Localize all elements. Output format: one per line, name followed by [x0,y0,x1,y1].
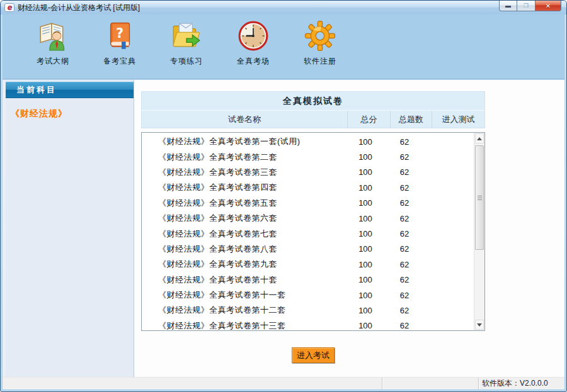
paper-row[interactable]: 《财经法规》全真考试卷第十三套 100 62 [142,318,474,330]
scrollbar-thumb[interactable] [475,145,484,250]
toolbar-item-exam-room[interactable]: 全真考场 [231,20,276,79]
paper-questions: 62 [381,183,428,193]
toolbar-label: 备考宝典 [103,56,136,67]
paper-questions: 62 [381,214,428,223]
app-window: e 财经法规-会计从业资格考试 [试用版] ▬ ❐ ✕ [0,0,567,392]
sidebar-item-subject[interactable]: 《财经法规》 [6,98,134,120]
clock-icon [237,20,270,52]
paper-row[interactable]: 《财经法规》全真考试卷第五套 100 62 [142,196,474,211]
column-header-questions: 总题数 [390,111,432,128]
paper-row[interactable]: 《财经法规》全真考试卷第二套 100 62 [142,149,474,164]
app-logo-icon: e [4,3,14,12]
paper-name: 《财经法规》全真考试卷第六套 [142,213,350,224]
toolbar-label: 专项练习 [170,56,203,67]
minimize-button[interactable]: ▬ [499,1,517,11]
panel-title: 全真模拟试卷 [141,91,485,110]
paper-questions: 62 [381,152,428,162]
paper-score: 100 [350,260,381,269]
paper-panel: 全真模拟试卷 试卷名称 总分 总题数 进入测试 《财经法规》全真考试卷第一套(试… [141,91,485,331]
sidebar-header-current-subject: 当前科目 [6,82,134,98]
status-panel-empty [382,378,478,389]
paper-score: 100 [350,244,381,254]
paper-name: 《财经法规》全真考试卷第九套 [142,259,350,270]
table-header: 试卷名称 总分 总题数 进入测试 [141,110,485,128]
svg-text:?: ? [116,26,123,41]
paper-name: 《财经法规》全真考试卷第三套 [142,167,350,178]
paper-score: 100 [350,291,381,300]
toolbar-item-register[interactable]: 软件注册 [297,20,343,79]
paper-score: 100 [350,183,381,193]
paper-row[interactable]: 《财经法规》全真考试卷第四套 100 62 [142,180,474,195]
window-controls: ▬ ❐ ✕ [499,1,561,11]
paper-row[interactable]: 《财经法规》全真考试卷第六套 100 62 [142,211,474,226]
paper-questions: 62 [381,198,428,208]
toolbar-item-practice[interactable]: 专项练习 [164,20,209,79]
paper-row[interactable]: 《财经法规》全真考试卷第一套(试用) 100 62 [142,134,474,149]
paper-score: 100 [350,152,381,162]
paper-row[interactable]: 《财经法规》全真考试卷第十一套 100 62 [142,288,474,303]
close-button[interactable]: ✕ [536,1,561,11]
column-header-enter: 进入测试 [432,111,484,128]
enter-exam-button[interactable]: 进入考试 [292,347,335,363]
paper-name: 《财经法规》全真考试卷第七套 [142,228,350,240]
thumb-grip-icon [478,199,482,200]
paper-name: 《财经法规》全真考试卷第一套(试用) [142,136,350,147]
folder-arrow-icon [170,20,203,52]
sidebar: 当前科目 《财经法规》 [6,80,134,377]
arrow-down-icon [477,323,482,327]
paper-score: 100 [350,167,381,177]
toolbar-item-prep-guide[interactable]: ? 备考宝典 [97,20,142,79]
paper-name: 《财经法规》全真考试卷第八套 [142,244,350,255]
paper-row[interactable]: 《财经法规》全真考试卷第七套 100 62 [142,226,474,241]
paper-questions: 62 [381,275,428,284]
main-content: 全真模拟试卷 试卷名称 总分 总题数 进入测试 《财经法规》全真考试卷第一套(试… [134,80,564,377]
paper-name: 《财经法规》全真考试卷第四套 [142,182,350,193]
paper-score: 100 [350,214,381,223]
paper-questions: 62 [381,291,428,300]
maximize-button[interactable]: ❐ [517,1,536,11]
person-book-icon [37,20,69,52]
paper-name: 《财经法规》全真考试卷第五套 [142,198,350,209]
toolbar: 考试大纲 ? 备考宝典 [3,14,564,79]
question-book-icon: ? [103,20,136,52]
arrow-up-icon [477,137,482,140]
paper-questions: 62 [381,244,428,254]
paper-row[interactable]: 《财经法规》全真考试卷第九套 100 62 [142,257,474,272]
status-panel-empty [3,378,382,389]
paper-questions: 62 [381,321,428,330]
paper-questions: 62 [381,167,428,177]
paper-name: 《财经法规》全真考试卷第十套 [142,274,350,286]
paper-row[interactable]: 《财经法规》全真考试卷第八套 100 62 [142,242,474,257]
status-bar: 软件版本：V2.0.0.0 [3,377,564,389]
paper-row[interactable]: 《财经法规》全真考试卷第十套 100 62 [142,272,474,288]
paper-row[interactable]: 《财经法规》全真考试卷第十二套 100 62 [142,303,474,318]
column-header-score: 总分 [347,111,390,128]
scroll-down-button[interactable] [475,320,484,330]
toolbar-item-exam-outline[interactable]: 考试大纲 [30,20,76,79]
thumb-grip-icon [478,198,482,198]
vertical-scrollbar[interactable] [474,133,484,330]
enter-exam-button-area: 进入考试 [141,347,485,363]
toolbar-label: 考试大纲 [37,56,69,67]
title-bar[interactable]: e 财经法规-会计从业资格考试 [试用版] ▬ ❐ ✕ [1,1,566,14]
paper-name: 《财经法规》全真考试卷第十一套 [142,289,350,301]
paper-name: 《财经法规》全真考试卷第十二套 [142,305,350,316]
paper-score: 100 [350,306,381,315]
paper-score: 100 [350,198,381,208]
paper-name: 《财经法规》全真考试卷第十三套 [142,320,350,330]
column-header-name: 试卷名称 [142,114,347,125]
paper-score: 100 [350,137,381,147]
paper-list: 《财经法规》全真考试卷第一套(试用) 100 62 《财经法规》全真考试卷第二套… [142,134,474,330]
window-body: 当前科目 《财经法规》 全真模拟试卷 试卷名称 总分 总题数 进入测试 《财经法… [3,80,564,377]
toolbar-label: 软件注册 [304,56,336,67]
gear-icon [304,20,336,52]
paper-score: 100 [350,229,381,238]
scroll-up-button[interactable] [475,133,484,143]
paper-listbox: 《财经法规》全真考试卷第一套(试用) 100 62 《财经法规》全真考试卷第二套… [141,132,485,331]
toolbar-label: 全真考场 [237,56,270,67]
thumb-grip-icon [478,196,482,196]
paper-questions: 62 [381,137,428,147]
paper-row[interactable]: 《财经法规》全真考试卷第三套 100 62 [142,165,474,180]
paper-questions: 62 [381,306,428,315]
paper-name: 《财经法规》全真考试卷第二套 [142,152,350,163]
